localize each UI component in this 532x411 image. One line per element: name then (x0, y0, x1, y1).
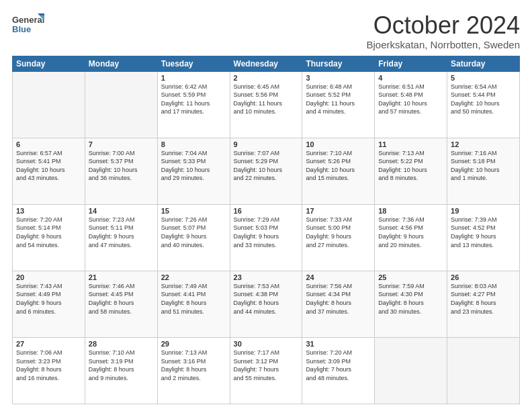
day-info: Sunrise: 7:26 AM Sunset: 5:07 PM Dayligh… (161, 216, 226, 249)
day-info: Sunrise: 7:29 AM Sunset: 5:03 PM Dayligh… (234, 216, 299, 249)
day-cell (375, 337, 447, 404)
day-info: Sunrise: 7:00 AM Sunset: 5:37 PM Dayligh… (89, 149, 154, 183)
day-cell: 22Sunrise: 7:49 AM Sunset: 4:41 PM Dayli… (157, 271, 230, 337)
col-header-monday: Monday (85, 56, 157, 71)
day-cell: 8Sunrise: 7:04 AM Sunset: 5:33 PM Daylig… (157, 138, 230, 204)
day-cell: 6Sunrise: 6:57 AM Sunset: 5:41 PM Daylig… (13, 138, 85, 204)
day-cell: 11Sunrise: 7:13 AM Sunset: 5:22 PM Dayli… (375, 138, 447, 204)
day-number: 23 (234, 273, 299, 281)
day-cell: 3Sunrise: 6:48 AM Sunset: 5:52 PM Daylig… (302, 71, 375, 138)
day-info: Sunrise: 7:39 AM Sunset: 4:52 PM Dayligh… (451, 216, 516, 249)
day-info: Sunrise: 7:23 AM Sunset: 5:11 PM Dayligh… (89, 216, 154, 249)
day-number: 16 (234, 207, 299, 215)
day-number: 8 (161, 140, 226, 148)
calendar-header-row: SundayMondayTuesdayWednesdayThursdayFrid… (13, 56, 520, 71)
day-number: 19 (451, 207, 516, 215)
day-cell: 19Sunrise: 7:39 AM Sunset: 4:52 PM Dayli… (447, 204, 520, 271)
day-number: 7 (89, 140, 154, 148)
day-info: Sunrise: 6:54 AM Sunset: 5:44 PM Dayligh… (451, 83, 516, 116)
day-cell: 25Sunrise: 7:59 AM Sunset: 4:30 PM Dayli… (375, 271, 447, 337)
day-cell: 24Sunrise: 7:56 AM Sunset: 4:34 PM Dayli… (302, 271, 375, 337)
day-info: Sunrise: 7:36 AM Sunset: 4:56 PM Dayligh… (378, 216, 443, 249)
day-info: Sunrise: 7:33 AM Sunset: 5:00 PM Dayligh… (306, 216, 371, 249)
week-row-3: 13Sunrise: 7:20 AM Sunset: 5:14 PM Dayli… (13, 204, 520, 271)
main-title: October 2024 (367, 12, 520, 39)
day-number: 1 (161, 74, 226, 82)
day-info: Sunrise: 6:48 AM Sunset: 5:52 PM Dayligh… (306, 83, 371, 116)
day-cell: 4Sunrise: 6:51 AM Sunset: 5:48 PM Daylig… (375, 71, 447, 138)
day-cell: 21Sunrise: 7:46 AM Sunset: 4:45 PM Dayli… (85, 271, 157, 337)
week-row-4: 20Sunrise: 7:43 AM Sunset: 4:49 PM Dayli… (13, 271, 520, 337)
day-number: 10 (306, 140, 371, 148)
day-info: Sunrise: 7:20 AM Sunset: 5:14 PM Dayligh… (16, 216, 81, 249)
day-info: Sunrise: 6:42 AM Sunset: 5:59 PM Dayligh… (161, 83, 226, 116)
day-cell: 7Sunrise: 7:00 AM Sunset: 5:37 PM Daylig… (85, 138, 157, 204)
logo: GeneralBlue (12, 12, 46, 38)
page: GeneralBlue October 2024 Bjoerkskatan, N… (0, 0, 532, 411)
day-info: Sunrise: 6:45 AM Sunset: 5:56 PM Dayligh… (234, 83, 299, 116)
calendar-table: SundayMondayTuesdayWednesdayThursdayFrid… (12, 56, 520, 404)
day-number: 15 (161, 207, 226, 215)
day-number: 11 (378, 140, 443, 148)
week-row-1: 1Sunrise: 6:42 AM Sunset: 5:59 PM Daylig… (13, 71, 520, 138)
day-number: 27 (16, 340, 81, 348)
day-cell: 27Sunrise: 7:06 AM Sunset: 3:23 PM Dayli… (13, 337, 85, 404)
day-cell: 10Sunrise: 7:10 AM Sunset: 5:26 PM Dayli… (302, 138, 375, 204)
day-number: 30 (234, 340, 299, 348)
day-number: 26 (451, 273, 516, 281)
day-cell: 2Sunrise: 6:45 AM Sunset: 5:56 PM Daylig… (230, 71, 302, 138)
day-cell: 14Sunrise: 7:23 AM Sunset: 5:11 PM Dayli… (85, 204, 157, 271)
day-number: 24 (306, 273, 371, 281)
day-number: 28 (89, 340, 154, 348)
header: GeneralBlue October 2024 Bjoerkskatan, N… (12, 12, 520, 50)
day-info: Sunrise: 7:49 AM Sunset: 4:41 PM Dayligh… (161, 282, 226, 316)
day-info: Sunrise: 7:56 AM Sunset: 4:34 PM Dayligh… (306, 282, 371, 316)
day-cell (13, 71, 85, 138)
day-cell: 12Sunrise: 7:16 AM Sunset: 5:18 PM Dayli… (447, 138, 520, 204)
day-number: 4 (378, 74, 443, 82)
day-info: Sunrise: 6:51 AM Sunset: 5:48 PM Dayligh… (378, 83, 443, 116)
title-block: October 2024 Bjoerkskatan, Norrbotten, S… (367, 12, 520, 50)
day-info: Sunrise: 7:59 AM Sunset: 4:30 PM Dayligh… (378, 282, 443, 316)
day-cell: 16Sunrise: 7:29 AM Sunset: 5:03 PM Dayli… (230, 204, 302, 271)
col-header-saturday: Saturday (447, 56, 520, 71)
day-cell: 18Sunrise: 7:36 AM Sunset: 4:56 PM Dayli… (375, 204, 447, 271)
svg-text:General: General (12, 15, 44, 25)
day-info: Sunrise: 7:43 AM Sunset: 4:49 PM Dayligh… (16, 282, 81, 316)
day-number: 18 (378, 207, 443, 215)
day-info: Sunrise: 6:57 AM Sunset: 5:41 PM Dayligh… (16, 149, 81, 183)
week-row-2: 6Sunrise: 6:57 AM Sunset: 5:41 PM Daylig… (13, 138, 520, 204)
day-info: Sunrise: 7:17 AM Sunset: 3:12 PM Dayligh… (234, 349, 299, 382)
day-info: Sunrise: 7:16 AM Sunset: 5:18 PM Dayligh… (451, 149, 516, 183)
day-cell: 13Sunrise: 7:20 AM Sunset: 5:14 PM Dayli… (13, 204, 85, 271)
day-info: Sunrise: 7:10 AM Sunset: 5:26 PM Dayligh… (306, 149, 371, 183)
day-info: Sunrise: 7:20 AM Sunset: 3:09 PM Dayligh… (306, 349, 371, 382)
day-number: 22 (161, 273, 226, 281)
day-cell: 23Sunrise: 7:53 AM Sunset: 4:38 PM Dayli… (230, 271, 302, 337)
day-number: 5 (451, 74, 516, 82)
day-info: Sunrise: 7:53 AM Sunset: 4:38 PM Dayligh… (234, 282, 299, 316)
week-row-5: 27Sunrise: 7:06 AM Sunset: 3:23 PM Dayli… (13, 337, 520, 404)
day-info: Sunrise: 7:06 AM Sunset: 3:23 PM Dayligh… (16, 349, 81, 382)
day-number: 12 (451, 140, 516, 148)
day-cell: 15Sunrise: 7:26 AM Sunset: 5:07 PM Dayli… (157, 204, 230, 271)
day-cell: 9Sunrise: 7:07 AM Sunset: 5:29 PM Daylig… (230, 138, 302, 204)
day-number: 9 (234, 140, 299, 148)
day-number: 14 (89, 207, 154, 215)
day-cell (85, 71, 157, 138)
day-info: Sunrise: 7:04 AM Sunset: 5:33 PM Dayligh… (161, 149, 226, 183)
day-cell: 20Sunrise: 7:43 AM Sunset: 4:49 PM Dayli… (13, 271, 85, 337)
subtitle: Bjoerkskatan, Norrbotten, Sweden (367, 39, 520, 50)
day-number: 29 (161, 340, 226, 348)
day-number: 21 (89, 273, 154, 281)
day-cell: 31Sunrise: 7:20 AM Sunset: 3:09 PM Dayli… (302, 337, 375, 404)
day-info: Sunrise: 7:13 AM Sunset: 3:16 PM Dayligh… (161, 349, 226, 382)
col-header-tuesday: Tuesday (157, 56, 230, 71)
day-number: 2 (234, 74, 299, 82)
day-cell: 29Sunrise: 7:13 AM Sunset: 3:16 PM Dayli… (157, 337, 230, 404)
day-cell: 1Sunrise: 6:42 AM Sunset: 5:59 PM Daylig… (157, 71, 230, 138)
day-cell: 17Sunrise: 7:33 AM Sunset: 5:00 PM Dayli… (302, 204, 375, 271)
day-number: 17 (306, 207, 371, 215)
day-number: 25 (378, 273, 443, 281)
col-header-thursday: Thursday (302, 56, 375, 71)
